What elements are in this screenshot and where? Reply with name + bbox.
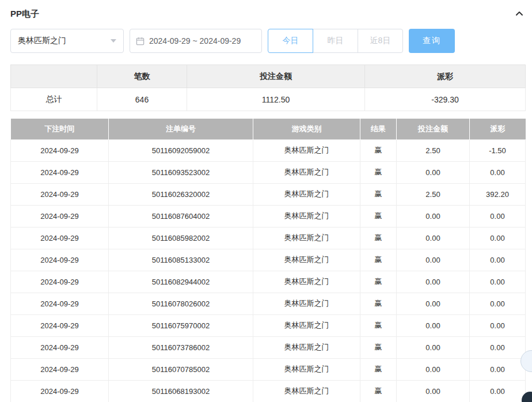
cell-bet-amount: 0.00 bbox=[397, 205, 470, 227]
cell-game-type: 奥林匹斯之门 bbox=[253, 314, 360, 336]
header-payout: 派彩 bbox=[470, 119, 526, 139]
table-row: 2024-09-2950116093523002奥林匹斯之门赢0.000.00 bbox=[11, 161, 526, 183]
search-button[interactable]: 查询 bbox=[409, 29, 455, 53]
cell-bet-amount: 0.00 bbox=[397, 227, 470, 249]
table-row: 2024-09-2950116026320002奥林匹斯之门赢2.50392.2… bbox=[11, 183, 526, 205]
cell-result: 赢 bbox=[360, 139, 397, 161]
chevron-down-icon bbox=[111, 39, 116, 43]
table-row: 2024-09-2950116075970002奥林匹斯之门赢0.000.00 bbox=[11, 314, 526, 336]
table-header-row: 下注时间 注单编号 游戏类别 结果 投注金额 派彩 bbox=[11, 119, 526, 139]
cell-bet-time: 2024-09-29 bbox=[11, 249, 109, 271]
date-range-value: 2024-09-29 ~ 2024-09-29 bbox=[149, 36, 241, 45]
cell-result: 赢 bbox=[360, 183, 397, 205]
game-select-value: 奥林匹斯之门 bbox=[18, 36, 66, 46]
cell-payout: 0.00 bbox=[470, 380, 526, 402]
table-row: 2024-09-2950116092059002奥林匹斯之门赢2.50-1.50 bbox=[11, 139, 526, 161]
calendar-icon bbox=[136, 37, 145, 45]
cell-game-type: 奥林匹斯之门 bbox=[253, 271, 360, 293]
game-select[interactable]: 奥林匹斯之门 bbox=[10, 29, 124, 53]
summary-total-label: 总计 bbox=[11, 88, 97, 111]
cell-bet-time: 2024-09-29 bbox=[11, 314, 109, 336]
cell-result: 赢 bbox=[360, 227, 397, 249]
summary-total-bet-amount: 1112.50 bbox=[187, 88, 365, 111]
cell-bet-time: 2024-09-29 bbox=[11, 205, 109, 227]
table-row: 2024-09-2950116078026002奥林匹斯之门赢0.000.00 bbox=[11, 293, 526, 314]
pp-electronic-panel: PP电子 奥林匹斯之门 2024-09-29 ~ 2024-09-29 今日 昨… bbox=[0, 0, 532, 402]
cell-order-no: 50116078026002 bbox=[109, 293, 253, 314]
cell-bet-amount: 0.00 bbox=[397, 314, 470, 336]
cell-game-type: 奥林匹斯之门 bbox=[253, 336, 360, 358]
cell-game-type: 奥林匹斯之门 bbox=[253, 161, 360, 183]
summary-header-row: 笔数 投注金额 派彩 bbox=[11, 65, 526, 88]
summary-header-count: 笔数 bbox=[97, 65, 187, 88]
cell-payout: 0.00 bbox=[470, 314, 526, 336]
header-result: 结果 bbox=[360, 119, 397, 139]
summary-header-payout: 派彩 bbox=[365, 65, 526, 88]
cell-bet-time: 2024-09-29 bbox=[11, 139, 109, 161]
cell-bet-time: 2024-09-29 bbox=[11, 293, 109, 314]
summary-header-bet-amount: 投注金额 bbox=[187, 65, 365, 88]
chevron-up-icon[interactable] bbox=[514, 8, 525, 20]
cell-result: 赢 bbox=[360, 336, 397, 358]
cell-bet-amount: 0.00 bbox=[397, 358, 470, 380]
summary-total-row: 总计 646 1112.50 -329.30 bbox=[11, 88, 526, 111]
cell-bet-time: 2024-09-29 bbox=[11, 336, 109, 358]
cell-result: 赢 bbox=[360, 161, 397, 183]
cell-bet-amount: 0.00 bbox=[397, 249, 470, 271]
cell-bet-amount: 0.00 bbox=[397, 161, 470, 183]
cell-result: 赢 bbox=[360, 380, 397, 402]
cell-bet-time: 2024-09-29 bbox=[11, 183, 109, 205]
cell-game-type: 奥林匹斯之门 bbox=[253, 205, 360, 227]
cell-result: 赢 bbox=[360, 358, 397, 380]
cell-order-no: 50116068193002 bbox=[109, 380, 253, 402]
cell-payout: 0.00 bbox=[470, 227, 526, 249]
cell-bet-time: 2024-09-29 bbox=[11, 380, 109, 402]
cell-order-no: 50116026320002 bbox=[109, 183, 253, 205]
summary-header-empty bbox=[11, 65, 97, 88]
cell-payout: 392.20 bbox=[470, 183, 526, 205]
cell-payout: 0.00 bbox=[470, 249, 526, 271]
cell-result: 赢 bbox=[360, 314, 397, 336]
table-row: 2024-09-2950116082944002奥林匹斯之门赢0.000.00 bbox=[11, 271, 526, 293]
today-button[interactable]: 今日 bbox=[268, 29, 313, 53]
cell-order-no: 50116092059002 bbox=[109, 139, 253, 161]
cell-result: 赢 bbox=[360, 271, 397, 293]
cell-game-type: 奥林匹斯之门 bbox=[253, 358, 360, 380]
cell-order-no: 50116082944002 bbox=[109, 271, 253, 293]
cell-payout: 0.00 bbox=[470, 358, 526, 380]
header-game-type: 游戏类别 bbox=[253, 119, 360, 139]
header-order-no: 注单编号 bbox=[109, 119, 253, 139]
cell-order-no: 50116093523002 bbox=[109, 161, 253, 183]
date-range-picker[interactable]: 2024-09-29 ~ 2024-09-29 bbox=[130, 29, 262, 53]
cell-order-no: 50116075970002 bbox=[109, 314, 253, 336]
yesterday-button[interactable]: 昨日 bbox=[313, 29, 358, 53]
cell-order-no: 50116073786002 bbox=[109, 336, 253, 358]
bet-table-body: 2024-09-2950116092059002奥林匹斯之门赢2.50-1.50… bbox=[11, 139, 526, 402]
cell-bet-amount: 0.00 bbox=[397, 380, 470, 402]
cell-game-type: 奥林匹斯之门 bbox=[253, 139, 360, 161]
table-row: 2024-09-2950116085982002奥林匹斯之门赢0.000.00 bbox=[11, 227, 526, 249]
cell-order-no: 50116085982002 bbox=[109, 227, 253, 249]
quick-date-buttons: 今日 昨日 近8日 bbox=[268, 29, 403, 53]
cell-game-type: 奥林匹斯之门 bbox=[253, 249, 360, 271]
cell-payout: 0.00 bbox=[470, 161, 526, 183]
cell-game-type: 奥林匹斯之门 bbox=[253, 380, 360, 402]
cell-bet-amount: 2.50 bbox=[397, 139, 470, 161]
table-row: 2024-09-2950116085133002奥林匹斯之门赢0.000.00 bbox=[11, 249, 526, 271]
filter-bar: 奥林匹斯之门 2024-09-29 ~ 2024-09-29 今日 昨日 近8日… bbox=[10, 29, 525, 53]
cell-payout: 0.00 bbox=[470, 336, 526, 358]
cell-bet-time: 2024-09-29 bbox=[11, 227, 109, 249]
cell-bet-amount: 2.50 bbox=[397, 183, 470, 205]
cell-game-type: 奥林匹斯之门 bbox=[253, 293, 360, 314]
page-title: PP电子 bbox=[10, 9, 39, 20]
cell-bet-time: 2024-09-29 bbox=[11, 271, 109, 293]
summary-total-payout: -329.30 bbox=[365, 88, 526, 111]
cell-game-type: 奥林匹斯之门 bbox=[253, 227, 360, 249]
cell-bet-time: 2024-09-29 bbox=[11, 161, 109, 183]
cell-result: 赢 bbox=[360, 205, 397, 227]
bet-records-table: 下注时间 注单编号 游戏类别 结果 投注金额 派彩 2024-09-295011… bbox=[10, 119, 526, 402]
cell-order-no: 50116087604002 bbox=[109, 205, 253, 227]
cell-result: 赢 bbox=[360, 293, 397, 314]
table-row: 2024-09-2950116073786002奥林匹斯之门赢0.000.00 bbox=[11, 336, 526, 358]
last-8-days-button[interactable]: 近8日 bbox=[358, 29, 403, 53]
